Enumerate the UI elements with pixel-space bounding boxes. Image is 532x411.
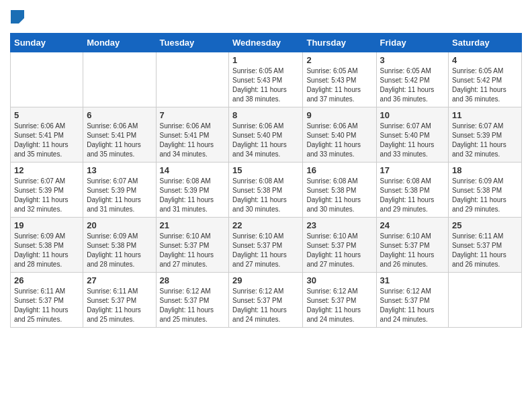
day-number: 5: [14, 110, 79, 120]
calendar-cell: [11, 52, 83, 107]
calendar-cell: 19Sunrise: 6:09 AM Sunset: 5:38 PM Dayli…: [11, 218, 83, 273]
day-number: 10: [380, 110, 445, 120]
day-info: Sunrise: 6:09 AM Sunset: 5:38 PM Dayligh…: [87, 232, 152, 269]
day-info: Sunrise: 6:05 AM Sunset: 5:42 PM Dayligh…: [380, 66, 445, 104]
calendar-cell: 10Sunrise: 6:07 AM Sunset: 5:40 PM Dayli…: [376, 107, 448, 163]
day-number: 18: [452, 165, 518, 175]
day-info: Sunrise: 6:12 AM Sunset: 5:37 PM Dayligh…: [306, 287, 372, 324]
day-number: 14: [160, 165, 226, 175]
day-info: Sunrise: 6:08 AM Sunset: 5:39 PM Dayligh…: [160, 177, 226, 214]
week-row-5: 26Sunrise: 6:11 AM Sunset: 5:37 PM Dayli…: [11, 273, 522, 328]
calendar-cell: [83, 52, 156, 107]
day-info: Sunrise: 6:10 AM Sunset: 5:37 PM Dayligh…: [160, 232, 226, 269]
svg-marker-0: [11, 10, 24, 24]
calendar-cell: 29Sunrise: 6:12 AM Sunset: 5:37 PM Dayli…: [229, 273, 303, 328]
day-number: 19: [14, 220, 79, 230]
calendar-cell: 7Sunrise: 6:06 AM Sunset: 5:41 PM Daylig…: [156, 107, 229, 163]
calendar-cell: 18Sunrise: 6:09 AM Sunset: 5:38 PM Dayli…: [449, 163, 522, 218]
calendar-header-row: SundayMondayTuesdayWednesdayThursdayFrid…: [11, 34, 522, 52]
week-row-3: 12Sunrise: 6:07 AM Sunset: 5:39 PM Dayli…: [11, 163, 522, 218]
day-number: 1: [232, 55, 299, 65]
calendar-cell: 12Sunrise: 6:07 AM Sunset: 5:39 PM Dayli…: [11, 163, 83, 218]
day-info: Sunrise: 6:07 AM Sunset: 5:39 PM Dayligh…: [452, 122, 518, 159]
day-number: 28: [160, 275, 226, 285]
day-number: 22: [232, 220, 299, 230]
calendar-cell: 1Sunrise: 6:05 AM Sunset: 5:43 PM Daylig…: [229, 52, 303, 107]
calendar-cell: 17Sunrise: 6:08 AM Sunset: 5:38 PM Dayli…: [376, 163, 448, 218]
day-number: 25: [452, 220, 518, 230]
day-number: 30: [306, 275, 372, 285]
day-info: Sunrise: 6:11 AM Sunset: 5:37 PM Dayligh…: [452, 232, 518, 269]
calendar-cell: 8Sunrise: 6:06 AM Sunset: 5:40 PM Daylig…: [229, 107, 303, 163]
calendar-cell: 28Sunrise: 6:12 AM Sunset: 5:37 PM Dayli…: [156, 273, 229, 328]
day-number: 4: [452, 55, 518, 65]
calendar-cell: 27Sunrise: 6:11 AM Sunset: 5:37 PM Dayli…: [83, 273, 156, 328]
day-info: Sunrise: 6:12 AM Sunset: 5:37 PM Dayligh…: [380, 287, 445, 324]
calendar-cell: 3Sunrise: 6:05 AM Sunset: 5:42 PM Daylig…: [376, 52, 448, 107]
day-info: Sunrise: 6:06 AM Sunset: 5:41 PM Dayligh…: [160, 122, 226, 159]
day-number: 11: [452, 110, 518, 120]
header-monday: Monday: [83, 34, 156, 52]
week-row-1: 1Sunrise: 6:05 AM Sunset: 5:43 PM Daylig…: [11, 52, 522, 107]
calendar-cell: 2Sunrise: 6:05 AM Sunset: 5:43 PM Daylig…: [303, 52, 376, 107]
day-number: 7: [160, 110, 226, 120]
day-info: Sunrise: 6:12 AM Sunset: 5:37 PM Dayligh…: [160, 287, 226, 324]
day-info: Sunrise: 6:07 AM Sunset: 5:40 PM Dayligh…: [380, 122, 445, 159]
day-info: Sunrise: 6:09 AM Sunset: 5:38 PM Dayligh…: [452, 177, 518, 214]
header-sunday: Sunday: [11, 34, 83, 52]
calendar-cell: 20Sunrise: 6:09 AM Sunset: 5:38 PM Dayli…: [83, 218, 156, 273]
calendar-cell: 31Sunrise: 6:12 AM Sunset: 5:37 PM Dayli…: [376, 273, 448, 328]
calendar-cell: 9Sunrise: 6:06 AM Sunset: 5:40 PM Daylig…: [303, 107, 376, 163]
calendar-cell: 22Sunrise: 6:10 AM Sunset: 5:37 PM Dayli…: [229, 218, 303, 273]
calendar-cell: 4Sunrise: 6:05 AM Sunset: 5:42 PM Daylig…: [449, 52, 522, 107]
calendar-cell: 14Sunrise: 6:08 AM Sunset: 5:39 PM Dayli…: [156, 163, 229, 218]
day-info: Sunrise: 6:07 AM Sunset: 5:39 PM Dayligh…: [87, 177, 152, 214]
day-number: 6: [87, 110, 152, 120]
day-number: 31: [380, 275, 445, 285]
day-number: 26: [14, 275, 79, 285]
day-info: Sunrise: 6:12 AM Sunset: 5:37 PM Dayligh…: [232, 287, 299, 324]
day-info: Sunrise: 6:05 AM Sunset: 5:42 PM Dayligh…: [452, 66, 518, 104]
calendar-cell: 6Sunrise: 6:06 AM Sunset: 5:41 PM Daylig…: [83, 107, 156, 163]
day-info: Sunrise: 6:06 AM Sunset: 5:40 PM Dayligh…: [306, 122, 372, 159]
day-number: 24: [380, 220, 445, 230]
calendar-cell: 21Sunrise: 6:10 AM Sunset: 5:37 PM Dayli…: [156, 218, 229, 273]
calendar-cell: 5Sunrise: 6:06 AM Sunset: 5:41 PM Daylig…: [11, 107, 83, 163]
day-info: Sunrise: 6:10 AM Sunset: 5:37 PM Dayligh…: [232, 232, 299, 269]
calendar-cell: [449, 273, 522, 328]
header-saturday: Saturday: [449, 34, 522, 52]
day-info: Sunrise: 6:07 AM Sunset: 5:39 PM Dayligh…: [14, 177, 79, 214]
calendar-cell: 24Sunrise: 6:10 AM Sunset: 5:37 PM Dayli…: [376, 218, 448, 273]
day-number: 3: [380, 55, 445, 65]
day-info: Sunrise: 6:11 AM Sunset: 5:37 PM Dayligh…: [14, 287, 79, 324]
header-thursday: Thursday: [303, 34, 376, 52]
calendar-cell: 16Sunrise: 6:08 AM Sunset: 5:38 PM Dayli…: [303, 163, 376, 218]
day-number: 16: [306, 165, 372, 175]
calendar-cell: 30Sunrise: 6:12 AM Sunset: 5:37 PM Dayli…: [303, 273, 376, 328]
day-info: Sunrise: 6:11 AM Sunset: 5:37 PM Dayligh…: [87, 287, 152, 324]
day-info: Sunrise: 6:05 AM Sunset: 5:43 PM Dayligh…: [232, 66, 299, 104]
logo-icon: [11, 10, 24, 27]
day-number: 29: [232, 275, 299, 285]
day-number: 21: [160, 220, 226, 230]
header: [10, 7, 522, 28]
day-info: Sunrise: 6:08 AM Sunset: 5:38 PM Dayligh…: [380, 177, 445, 214]
day-info: Sunrise: 6:06 AM Sunset: 5:40 PM Dayligh…: [232, 122, 299, 159]
day-number: 12: [14, 165, 79, 175]
header-friday: Friday: [376, 34, 448, 52]
day-number: 23: [306, 220, 372, 230]
day-number: 27: [87, 275, 152, 285]
day-info: Sunrise: 6:05 AM Sunset: 5:43 PM Dayligh…: [306, 66, 372, 104]
day-info: Sunrise: 6:06 AM Sunset: 5:41 PM Dayligh…: [14, 122, 79, 159]
calendar-cell: [156, 52, 229, 107]
day-info: Sunrise: 6:09 AM Sunset: 5:38 PM Dayligh…: [14, 232, 79, 269]
calendar-cell: 26Sunrise: 6:11 AM Sunset: 5:37 PM Dayli…: [11, 273, 83, 328]
week-row-4: 19Sunrise: 6:09 AM Sunset: 5:38 PM Dayli…: [11, 218, 522, 273]
calendar: SundayMondayTuesdayWednesdayThursdayFrid…: [10, 33, 522, 328]
day-number: 8: [232, 110, 299, 120]
day-info: Sunrise: 6:08 AM Sunset: 5:38 PM Dayligh…: [232, 177, 299, 214]
calendar-cell: 23Sunrise: 6:10 AM Sunset: 5:37 PM Dayli…: [303, 218, 376, 273]
header-tuesday: Tuesday: [156, 34, 229, 52]
header-wednesday: Wednesday: [229, 34, 303, 52]
day-number: 2: [306, 55, 372, 65]
